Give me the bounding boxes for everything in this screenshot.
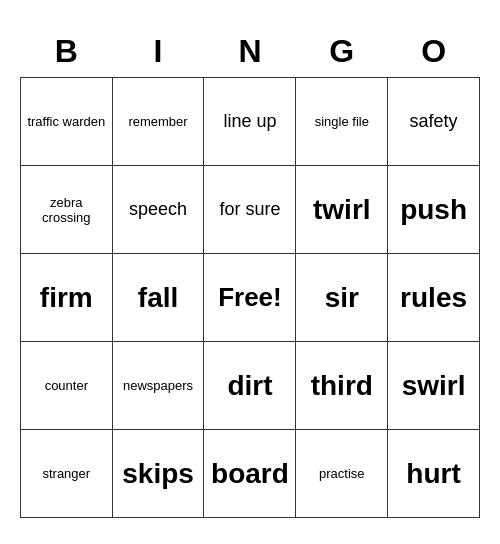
header-n: N (204, 26, 296, 78)
cell-r1-c1: speech (112, 166, 204, 254)
cell-r2-c4: rules (388, 254, 480, 342)
cell-r0-c0: traffic warden (21, 78, 113, 166)
cell-r4-c0: stranger (21, 430, 113, 518)
cell-r3-c3: third (296, 342, 388, 430)
cell-r0-c4: safety (388, 78, 480, 166)
header-g: G (296, 26, 388, 78)
cell-r2-c3: sir (296, 254, 388, 342)
bingo-card: B I N G O traffic wardenrememberline ups… (20, 26, 480, 519)
cell-r0-c1: remember (112, 78, 204, 166)
cell-r2-c0: firm (21, 254, 113, 342)
cell-r4-c2: board (204, 430, 296, 518)
cell-r0-c3: single file (296, 78, 388, 166)
header-b: B (21, 26, 113, 78)
cell-r2-c1: fall (112, 254, 204, 342)
cell-r2-c2: Free! (204, 254, 296, 342)
header-i: I (112, 26, 204, 78)
cell-r1-c2: for sure (204, 166, 296, 254)
cell-r1-c3: twirl (296, 166, 388, 254)
header-o: O (388, 26, 480, 78)
cell-r1-c4: push (388, 166, 480, 254)
cell-r0-c2: line up (204, 78, 296, 166)
cell-r3-c1: newspapers (112, 342, 204, 430)
cell-r3-c4: swirl (388, 342, 480, 430)
cell-r1-c0: zebra crossing (21, 166, 113, 254)
cell-r4-c1: skips (112, 430, 204, 518)
cell-r4-c3: practise (296, 430, 388, 518)
cell-r3-c2: dirt (204, 342, 296, 430)
cell-r3-c0: counter (21, 342, 113, 430)
cell-r4-c4: hurt (388, 430, 480, 518)
